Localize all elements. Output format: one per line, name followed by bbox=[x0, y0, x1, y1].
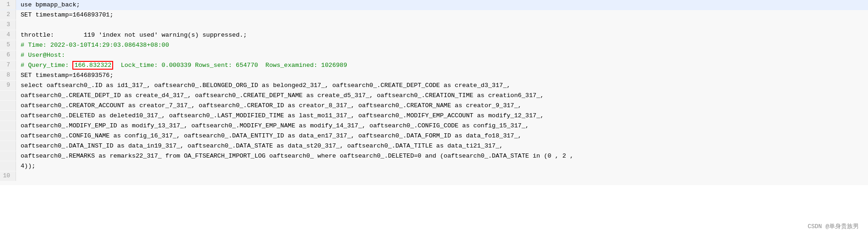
line-9-4: oaftsearch0_.DELETED as deleted10_317_, … bbox=[0, 111, 868, 121]
line-content-10 bbox=[16, 171, 868, 181]
line-content-9-9: 4)); bbox=[16, 161, 868, 171]
line-number-9-1: 9 bbox=[0, 81, 16, 90]
line-9-5: oaftsearch0_.MODIFY_EMP_ID as modify_13_… bbox=[0, 121, 868, 131]
line-number-9-6 bbox=[0, 131, 16, 141]
line-content-8: SET timestamp=1646893576; bbox=[16, 71, 868, 81]
line-3: 3 bbox=[0, 20, 868, 30]
line-content-9-3: oaftsearch0_.CREATOR_ACCOUNT as creator_… bbox=[16, 101, 868, 111]
line-content-9-1: select oaftsearch0_.ID as id1_317_, oaft… bbox=[16, 81, 868, 91]
line-content-9-4: oaftsearch0_.DELETED as deleted10_317_, … bbox=[16, 111, 868, 121]
line-content-9-5: oaftsearch0_.MODIFY_EMP_ID as modify_13_… bbox=[16, 121, 868, 131]
query-time-highlight: 166.832322 bbox=[72, 61, 113, 70]
line-number-8: 8 bbox=[0, 71, 16, 80]
line-content-3 bbox=[16, 20, 868, 30]
line-9-9: 4)); bbox=[0, 161, 868, 171]
line-7: 7 # Query_time: 166.832322 Lock_time: 0.… bbox=[0, 60, 868, 71]
line-5: 5 # Time: 2022-03-10T14:29:03.086438+08:… bbox=[0, 40, 868, 50]
line-1: 1 use bpmapp_back; bbox=[0, 0, 868, 10]
line-number-6: 6 bbox=[0, 50, 16, 60]
line-8: 8 SET timestamp=1646893576; bbox=[0, 71, 868, 81]
line-number-9-5 bbox=[0, 121, 16, 131]
line-2: 2 SET timestamp=1646893701; bbox=[0, 10, 868, 20]
line-number-9-3 bbox=[0, 101, 16, 110]
line-number-9-9 bbox=[0, 161, 16, 171]
line-number-9-8 bbox=[0, 151, 16, 161]
line-9-6: oaftsearch0_.CONFIG_NAME as config_16_31… bbox=[0, 131, 868, 141]
line-content-9-2: oaftsearch0_.CREATE_DEPT_ID as create_d4… bbox=[16, 91, 868, 101]
line-10: 10 bbox=[0, 171, 868, 185]
line-content-1: use bpmapp_back; bbox=[16, 0, 868, 10]
line-9-1: 9 select oaftsearch0_.ID as id1_317_, oa… bbox=[0, 81, 868, 91]
line-9-7: oaftsearch0_.DATA_INST_ID as data_in19_3… bbox=[0, 141, 868, 151]
line-number-5: 5 bbox=[0, 40, 16, 50]
line-9-8: oaftsearch0_.REMARKS as remarks22_317_ f… bbox=[0, 151, 868, 161]
line-content-4: throttle: 119 'index not used' warning(s… bbox=[16, 30, 868, 40]
line-9-2: oaftsearch0_.CREATE_DEPT_ID as create_d4… bbox=[0, 91, 868, 101]
code-block: 1 use bpmapp_back; 2 SET timestamp=16468… bbox=[0, 0, 868, 185]
line-content-7: # Query_time: 166.832322 Lock_time: 0.00… bbox=[16, 60, 868, 71]
line-number-9-2 bbox=[0, 91, 16, 100]
line-content-5: # Time: 2022-03-10T14:29:03.086438+08:00 bbox=[16, 40, 868, 50]
line-number-10: 10 bbox=[0, 171, 16, 181]
line-content-9-6: oaftsearch0_.CONFIG_NAME as config_16_31… bbox=[16, 131, 868, 141]
line-number-9-4 bbox=[0, 111, 16, 120]
line-number-3: 3 bbox=[0, 20, 16, 30]
line-number-9-7 bbox=[0, 141, 16, 151]
line-number-2: 2 bbox=[0, 10, 16, 20]
line-4: 4 throttle: 119 'index not used' warning… bbox=[0, 30, 868, 40]
line-content-9-8: oaftsearch0_.REMARKS as remarks22_317_ f… bbox=[16, 151, 868, 161]
line-number-4: 4 bbox=[0, 30, 16, 40]
line-number-7: 7 bbox=[0, 60, 16, 70]
watermark: CSDN @单身贵族男 bbox=[808, 222, 859, 230]
code-editor: 1 use bpmapp_back; 2 SET timestamp=16468… bbox=[0, 0, 868, 235]
line-number-1: 1 bbox=[0, 0, 16, 10]
line-content-9-7: oaftsearch0_.DATA_INST_ID as data_in19_3… bbox=[16, 141, 868, 151]
line-content-2: SET timestamp=1646893701; bbox=[16, 10, 868, 20]
line-content-6: # User@Host: bbox=[16, 50, 868, 60]
line-6: 6 # User@Host: bbox=[0, 50, 868, 60]
line-9-3: oaftsearch0_.CREATOR_ACCOUNT as creator_… bbox=[0, 101, 868, 111]
